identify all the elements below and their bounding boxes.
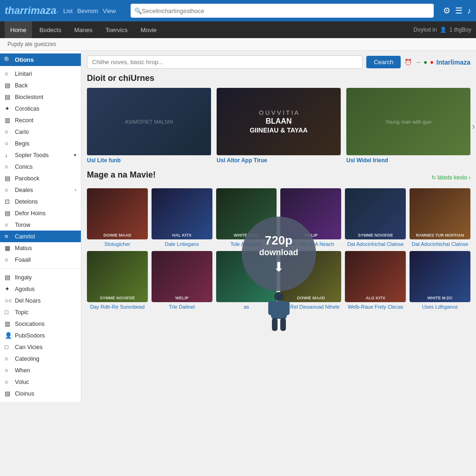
sidebar-item-cloinus[interactable]: ▤ Cloinus <box>0 388 81 399</box>
download-resolution: 720p <box>265 233 292 248</box>
secnav-manes[interactable]: Manes <box>69 21 98 38</box>
featured-card-2[interactable]: O U V V I T I A BLAAN GIINEIAU & TAYAA U… <box>217 88 341 164</box>
app-icon[interactable]: ♪ <box>467 6 471 16</box>
sidebar-label: Topic <box>15 309 28 316</box>
movie-title-11: Welb-Raue Frety Clecas <box>345 304 406 310</box>
nav-link-list[interactable]: List <box>63 7 73 14</box>
sidebar-item-ingaly[interactable]: ▤ lIngaly <box>0 271 81 283</box>
poster-text-2: HAL KITX <box>152 233 212 238</box>
featured-label-2: Usl Altor App Tirue <box>217 157 341 164</box>
sidebar-item-back[interactable]: ▤ Back <box>0 79 81 91</box>
circle-icon: ○ <box>5 163 12 170</box>
content-search-input[interactable] <box>87 55 363 69</box>
movie-card-7[interactable]: SYMME NOVIFDE Day Rdtr-Re Sumnbead <box>87 251 148 310</box>
sidebar-item-defor-hoins[interactable]: ▤ Defor Hoins <box>0 207 81 219</box>
secnav-bodects[interactable]: Bodects <box>34 21 67 38</box>
chevron-right-icon: › <box>75 187 76 192</box>
content-search-button[interactable]: Cearch <box>366 56 401 68</box>
sidebar-label: When <box>15 367 30 374</box>
sidebar-item-can-vicies[interactable]: □ Can Vicies <box>0 341 81 353</box>
sidebar-item-torow[interactable]: ○ Torow <box>0 219 81 231</box>
sidebar-label: Detelons <box>15 198 38 205</box>
sidebar-search-label: Otions <box>15 56 34 63</box>
sidebar-item-matius[interactable]: ▦ Matius <box>0 242 81 254</box>
svg-point-0 <box>274 292 284 301</box>
movie-card-11[interactable]: ALG KITX Welb-Raue Frety Clecas <box>345 251 406 310</box>
see-all-link[interactable]: ↻ láteds keolo › <box>431 174 470 181</box>
sidebar-item-carlo[interactable]: ○ Carlo <box>0 126 81 138</box>
sidebar-item-foaall[interactable]: ○ Foaall <box>0 254 81 265</box>
secnav-movie[interactable]: Movie <box>135 21 162 38</box>
content-search-bar: Cearch ⏰ → ● ● Intarlimaza <box>87 55 470 69</box>
sidebar-divider <box>0 268 81 269</box>
grid-icon: ▤ <box>5 210 12 217</box>
sidebar-item-camrlol[interactable]: ≡ Camrlol <box>0 231 81 242</box>
circle-icon: ○ <box>5 355 12 362</box>
carousel-next-button[interactable]: › <box>472 120 475 131</box>
sidebar-label: Recont <box>15 117 33 124</box>
movie-card-1[interactable]: DOWIE MAAD Stotugicher <box>87 188 148 247</box>
site-logo[interactable]: tharrimaza· <box>5 5 58 17</box>
sidebar-item-del-noars[interactable]: ○○ Del Noars <box>0 295 81 306</box>
movie-card-5[interactable]: SYMME NOVIFDE Dat Adocinhichal Clalose <box>345 188 406 247</box>
top-search-input[interactable] <box>142 7 430 14</box>
menu-icon[interactable]: ☰ <box>455 6 463 16</box>
content-search-icons: ⏰ → ● ● Intarlimaza <box>404 59 470 66</box>
movie-card-2[interactable]: HAL KITX Dale Lntiegans <box>152 188 212 247</box>
clock-icon: ⏰ <box>404 59 412 66</box>
sidebar-item-socications[interactable]: ▥ Socications <box>0 318 81 330</box>
settings-icon[interactable]: ⚙ <box>443 6 450 16</box>
doylod-label: Doylod in <box>414 26 437 33</box>
sidebar-item-agodus[interactable]: ✦ Agodus <box>0 283 81 295</box>
download-badge[interactable]: 720p download ⬇ <box>242 217 316 291</box>
sidebar-search-header[interactable]: 🔍 Otions <box>0 53 81 66</box>
sidebar-item-bioclestont[interactable]: ▤ Bioclestont <box>0 91 81 103</box>
sidebar-label: Deales <box>15 187 33 193</box>
featured-card-3[interactable]: Young man with gun Usl Widel Iriend <box>346 88 470 164</box>
sidebar-search-icon: 🔍 <box>4 56 11 63</box>
featured-img-text-2: O U V V I T I A BLAAN GIINEIAU & TAYAA <box>250 109 308 134</box>
circle-icon: ○ <box>5 186 12 193</box>
top-search-bar: 🔍 <box>131 4 434 18</box>
movie-card-6[interactable]: RAMNES TUR MOFFIAN Dat Adocinhichal Clal… <box>410 188 470 247</box>
chevron-right-icon: › <box>469 174 470 181</box>
sidebar-item-coroticas[interactable]: ✦ Coroticas <box>0 103 81 114</box>
sidebar-item-begis[interactable]: ○ Begis <box>0 138 81 149</box>
movie-title-2: Dale Lntiegans <box>152 241 212 247</box>
movie-card-12[interactable]: WHITE M.DC Uses Ldfrgance <box>410 251 470 310</box>
arrow-icon: → <box>415 59 421 66</box>
brand-label: Intarlimaza <box>436 59 470 66</box>
sidebar-item-recont[interactable]: ▥ Recont <box>0 114 81 126</box>
poster-text-6: RAMNES TUR MOFFIAN <box>410 233 470 238</box>
sidebar-item-cateoling[interactable]: ○ Cateoling <box>0 353 81 364</box>
sidebar-item-topic[interactable]: □ Topic <box>0 306 81 318</box>
movie-card-8[interactable]: WELIP Trle Dalinet <box>152 251 212 310</box>
secnav-home[interactable]: Home <box>5 21 32 38</box>
sidebar-item-pubisodors[interactable]: 👤 PubiSodors <box>0 330 81 341</box>
sidebar-label: Bioclestont <box>15 94 43 100</box>
table-icon: ▥ <box>5 320 12 327</box>
nav-link-view[interactable]: View <box>103 7 116 14</box>
sidebar-item-when[interactable]: ○ When <box>0 364 81 376</box>
nav-link-bevrom[interactable]: Bevrom <box>77 7 98 14</box>
sidebar-item-sopler-toods[interactable]: ↓ Sopler Toods ▾ <box>0 149 81 161</box>
sidebar-label: Coroticas <box>15 106 40 112</box>
featured-card-1[interactable]: ASIMOPIET MALSIN Usl Lite funb <box>87 88 211 164</box>
sidebar-item-linitari[interactable]: ○ Linitari <box>0 68 81 79</box>
sidebar-item-conics[interactable]: ○ Conics <box>0 161 81 172</box>
sidebar-item-deales[interactable]: ○ Deales › <box>0 184 81 196</box>
svg-rect-3 <box>285 301 290 315</box>
person-silhouette <box>263 291 295 333</box>
grid-icon: ▤ <box>5 390 12 397</box>
refresh-icon: ↻ <box>431 174 436 181</box>
red-icon: ● <box>430 59 434 66</box>
sidebar-item-detelons[interactable]: ⊡ Detelons <box>0 196 81 207</box>
featured-section-title: Dioit or chiUrnes <box>87 73 470 83</box>
sidebar-item-voluc[interactable]: ○ Voluc <box>0 376 81 388</box>
secnav-toervics[interactable]: Toervics <box>100 21 133 38</box>
star-icon: ✦ <box>5 285 12 292</box>
sidebar-label: Del Noars <box>15 298 41 304</box>
green-icon: ● <box>423 59 427 66</box>
poster-text-5: SYMME NOVIFDE <box>345 233 406 238</box>
sidebar-item-parobock[interactable]: ▤ Parobock <box>0 172 81 184</box>
